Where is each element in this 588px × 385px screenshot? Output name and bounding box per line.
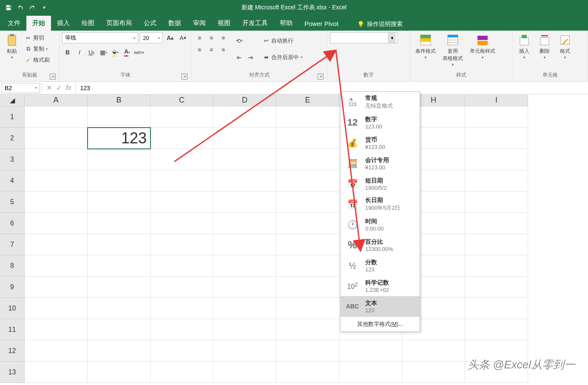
cell-A10[interactable] [25, 298, 88, 319]
border-button[interactable]: ▦▾ [98, 47, 109, 58]
cell-C8[interactable] [151, 255, 213, 277]
cell-B2[interactable]: 123 [88, 128, 151, 149]
row-header-9[interactable]: 9 [0, 277, 25, 298]
row-header-13[interactable]: 13 [0, 362, 25, 383]
cell-I1[interactable] [465, 106, 528, 128]
tab-developer[interactable]: 开发工具 [236, 16, 274, 31]
conditional-format-button[interactable]: 条件格式▼ [413, 32, 438, 60]
align-center-button[interactable]: ≡ [206, 44, 217, 55]
cell-E10[interactable] [276, 298, 339, 319]
font-launcher[interactable]: ⇲ [182, 74, 187, 80]
row-header-6[interactable]: 6 [0, 213, 25, 234]
format-option-general[interactable]: ◔123常规无特定格式 [341, 92, 420, 112]
cell-A13[interactable] [25, 362, 88, 383]
cell-C3[interactable] [151, 149, 213, 170]
cell-I7[interactable] [465, 234, 528, 255]
cell-C13[interactable] [151, 362, 213, 383]
cell-C4[interactable] [151, 170, 213, 191]
align-left-button[interactable]: ≡ [194, 44, 205, 55]
tab-view[interactable]: 视图 [212, 16, 236, 31]
cell-B5[interactable] [88, 191, 151, 213]
cell-B6[interactable] [88, 213, 151, 234]
column-header-D[interactable]: D [213, 94, 276, 106]
cell-D13[interactable] [213, 362, 276, 383]
tab-home[interactable]: 开始 [26, 16, 51, 31]
shrink-font-button[interactable]: A▾ [177, 32, 188, 43]
cell-D8[interactable] [213, 255, 276, 277]
column-header-E[interactable]: E [276, 94, 339, 106]
format-option-time[interactable]: 🕐时间0:00:00 [341, 214, 420, 235]
tab-insert[interactable]: 插入 [51, 16, 76, 31]
cell-B10[interactable] [88, 298, 151, 319]
cell-E13[interactable] [276, 362, 339, 383]
row-header-2[interactable]: 2 [0, 128, 25, 149]
cell-E1[interactable] [276, 106, 339, 128]
select-all-corner[interactable]: ◢ [0, 94, 25, 106]
column-header-I[interactable]: I [465, 94, 528, 106]
orientation-button[interactable]: ⟲▾ [234, 35, 245, 46]
more-number-formats[interactable]: 其他数字格式(M)... [341, 317, 420, 331]
cell-G13[interactable] [339, 362, 402, 383]
tab-pagelayout[interactable]: 页面布局 [100, 16, 138, 31]
cell-E8[interactable] [276, 255, 339, 277]
cell-E7[interactable] [276, 234, 339, 255]
merge-center-button[interactable]: ⬌合并后居中▾ [261, 52, 304, 63]
row-header-4[interactable]: 4 [0, 170, 25, 191]
formula-input[interactable]: 123 [76, 82, 588, 94]
cell-D10[interactable] [213, 298, 276, 319]
tab-data[interactable]: 数据 [162, 16, 187, 31]
row-header-8[interactable]: 8 [0, 255, 25, 277]
cell-B13[interactable] [88, 362, 151, 383]
cell-A5[interactable] [25, 191, 88, 213]
cell-B12[interactable] [88, 340, 151, 362]
cell-C12[interactable] [151, 340, 213, 362]
cell-D12[interactable] [213, 340, 276, 362]
cell-D6[interactable] [213, 213, 276, 234]
tab-review[interactable]: 审阅 [187, 16, 212, 31]
cell-H12[interactable] [402, 340, 465, 362]
cell-E3[interactable] [276, 149, 339, 170]
number-format-combo[interactable]: ▼ [330, 32, 398, 43]
copy-button[interactable]: ⧉复制▾ [23, 44, 51, 54]
cell-B4[interactable] [88, 170, 151, 191]
cell-I11[interactable] [465, 319, 528, 340]
format-option-percent[interactable]: %百分比12300.00% [341, 235, 420, 255]
row-header-5[interactable]: 5 [0, 191, 25, 213]
cancel-entry-icon[interactable]: ✕ [46, 84, 52, 92]
clipboard-launcher[interactable]: ⇲ [50, 74, 56, 80]
format-option-number[interactable]: 12数字123.00 [341, 112, 420, 133]
fill-color-button[interactable]: ⬙▾ [110, 47, 121, 58]
row-header-12[interactable]: 12 [0, 340, 25, 362]
column-header-B[interactable]: B [88, 94, 151, 106]
tab-powerpivot[interactable]: Power Pivot [298, 17, 344, 31]
row-header-10[interactable]: 10 [0, 298, 25, 319]
cell-D3[interactable] [213, 149, 276, 170]
cell-C9[interactable] [151, 277, 213, 298]
cell-I3[interactable] [465, 149, 528, 170]
cell-E6[interactable] [276, 213, 339, 234]
qat-more-icon[interactable]: ▼ [39, 3, 49, 13]
insert-cells-button[interactable]: 插入▼ [515, 32, 534, 60]
cell-C7[interactable] [151, 234, 213, 255]
cell-C5[interactable] [151, 191, 213, 213]
cell-D9[interactable] [213, 277, 276, 298]
cell-G12[interactable] [339, 340, 402, 362]
format-option-currency[interactable]: 💰货币¥123.00 [341, 133, 420, 153]
cut-button[interactable]: ✂剪切 [23, 33, 51, 43]
cell-A3[interactable] [25, 149, 88, 170]
cell-A7[interactable] [25, 234, 88, 255]
tab-formulas[interactable]: 公式 [138, 16, 162, 31]
cell-B1[interactable] [88, 106, 151, 128]
cell-I8[interactable] [465, 255, 528, 277]
cell-D11[interactable] [213, 319, 276, 340]
column-header-C[interactable]: C [151, 94, 213, 106]
format-painter-button[interactable]: ✔格式刷 [23, 55, 51, 65]
underline-button[interactable]: U▾ [86, 47, 97, 58]
cell-D7[interactable] [213, 234, 276, 255]
row-header-7[interactable]: 7 [0, 234, 25, 255]
cell-D5[interactable] [213, 191, 276, 213]
italic-button[interactable]: I [74, 47, 85, 58]
cell-I4[interactable] [465, 170, 528, 191]
undo-icon[interactable] [15, 3, 26, 13]
redo-icon[interactable] [27, 3, 37, 13]
